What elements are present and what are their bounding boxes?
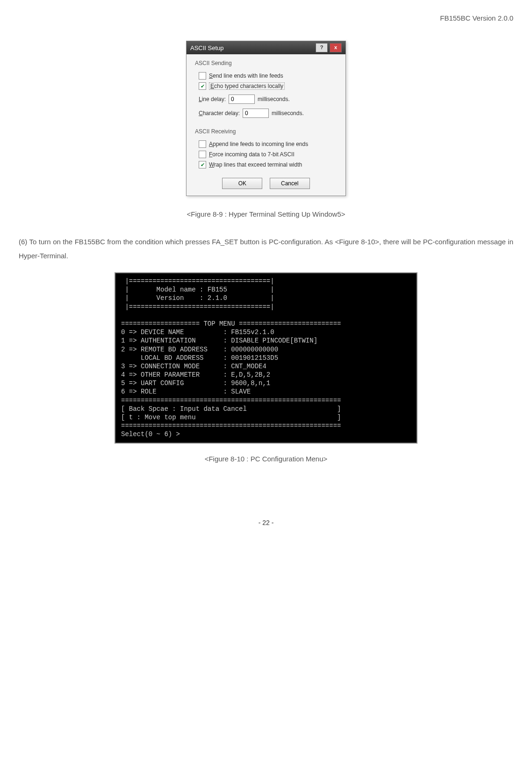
dialog-button-row: OK Cancel	[193, 171, 339, 191]
terminal-wrapper: |====================================| |…	[19, 272, 513, 444]
page-number: - 22 -	[19, 519, 513, 526]
checkbox-unchecked-icon[interactable]	[199, 72, 206, 80]
wrap-lines-label: Wrap lines that exceed terminal widthWra…	[209, 161, 302, 168]
dialog-wrapper: ASCII Setup ? x ASCII Sending SSend line…	[19, 41, 513, 196]
char-delay-input[interactable]	[243, 109, 269, 118]
char-delay-units: milliseconds.	[272, 110, 304, 117]
figure-8-9-caption: <Figure 8-9 : Hyper Terminal Setting Up …	[19, 210, 513, 218]
checkbox-unchecked-icon[interactable]	[199, 151, 206, 158]
titlebar-buttons: ? x	[316, 43, 342, 52]
dialog-titlebar: ASCII Setup ? x	[187, 41, 345, 54]
char-delay-label: Character delay:Character delay:	[199, 110, 240, 117]
send-line-ends-label: SSend line ends with line feedsend line …	[209, 73, 283, 79]
char-delay-row: Character delay:Character delay: millise…	[199, 109, 339, 118]
ascii-sending-group-label: ASCII Sending	[193, 59, 339, 69]
hyperterminal-output: |====================================| |…	[115, 272, 417, 444]
echo-typed-row[interactable]: ✔ Echo typed characters locallyEcho type…	[199, 82, 339, 90]
append-line-feeds-label: Append line feeds to incoming line endsA…	[209, 141, 308, 147]
dialog-body: ASCII Sending SSend line ends with line …	[187, 54, 345, 196]
help-icon[interactable]: ?	[316, 43, 328, 52]
close-icon[interactable]: x	[330, 43, 342, 52]
force-7bit-row[interactable]: Force incoming data to 7-bit ASCIIForce …	[199, 151, 339, 158]
force-7bit-label: Force incoming data to 7-bit ASCIIForce …	[209, 151, 295, 158]
figure-8-10-caption: <Figure 8-10 : PC Configuration Menu>	[19, 455, 513, 463]
checkbox-checked-icon[interactable]: ✔	[199, 82, 206, 90]
wrap-lines-row[interactable]: ✔ Wrap lines that exceed terminal widthW…	[199, 161, 339, 168]
append-line-feeds-row[interactable]: Append line feeds to incoming line endsA…	[199, 140, 339, 148]
line-delay-label: Line delay:Line delay:	[199, 96, 226, 102]
checkbox-checked-icon[interactable]: ✔	[199, 161, 206, 168]
send-line-ends-row[interactable]: SSend line ends with line feedsend line …	[199, 72, 339, 80]
cancel-button[interactable]: Cancel	[270, 178, 310, 189]
ascii-receiving-group-label: ASCII Receiving	[193, 127, 339, 138]
paragraph-6: (6) To turn on the FB155BC from the cond…	[19, 235, 513, 263]
dialog-title: ASCII Setup	[190, 44, 224, 51]
checkbox-unchecked-icon[interactable]	[199, 140, 206, 148]
doc-version-header: FB155BC Version 2.0.0	[19, 14, 513, 22]
line-delay-row: Line delay:Line delay: milliseconds.	[199, 95, 339, 104]
ok-button[interactable]: OK	[222, 178, 262, 189]
line-delay-input[interactable]	[229, 95, 255, 104]
echo-typed-label: Echo typed characters locallyEcho typed …	[209, 82, 285, 90]
ascii-setup-dialog: ASCII Setup ? x ASCII Sending SSend line…	[186, 41, 346, 196]
line-delay-units: milliseconds.	[258, 96, 290, 102]
